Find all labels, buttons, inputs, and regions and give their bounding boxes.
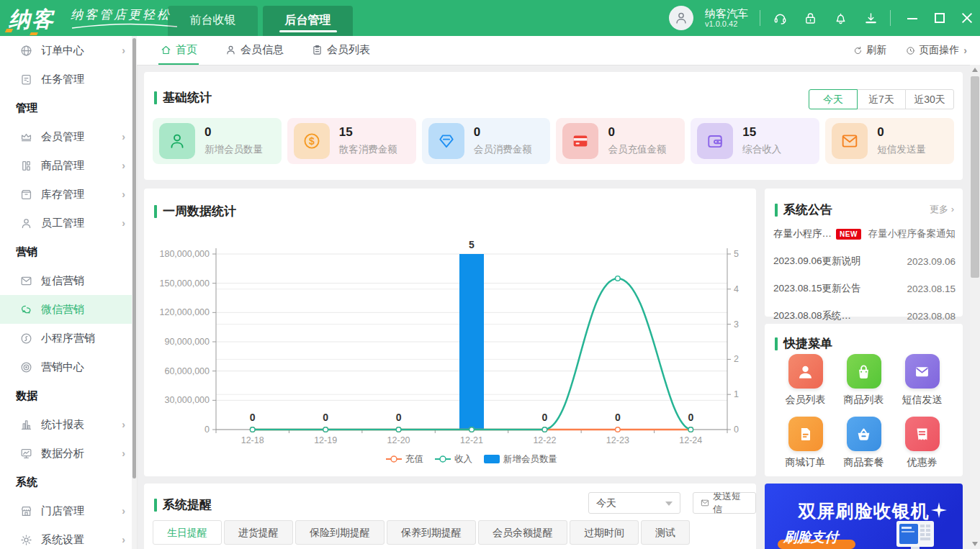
reminder-tab-生日提醒[interactable]: 生日提醒 [153,520,222,545]
sidebar-item-5[interactable]: 库存管理› [0,180,137,209]
sidebar-item-17[interactable]: 系统设置› [0,525,137,549]
sidebar-item-9[interactable]: 微信营销 [0,295,137,324]
reminder-tab-保险到期提醒[interactable]: 保险到期提醒 [295,520,385,545]
stat-value: 15 [742,125,756,140]
stat-value: 15 [339,125,353,140]
reminder-period-select[interactable]: 今天 [588,492,680,514]
main-scrollbar-thumb[interactable] [971,76,979,278]
minimize-icon[interactable] [907,12,918,24]
notice-row[interactable]: 存量小程序…NEW存量小程序备案通知 [773,220,956,248]
sms-icon [19,274,33,288]
wechat-icon [19,303,33,317]
svg-text:0: 0 [323,412,328,423]
app-header: 纳客 纳客管店更轻松 前台收银后台管理 纳客汽车 v1.0.0.42 [0,0,980,36]
quick-item-商品列表[interactable]: 商品列表 [844,354,884,407]
svg-text:充值: 充值 [405,454,423,464]
stat-cards-row: 0新增会员数量$15散客消费金额0会员消费金额0会员充值金额15综合收入0短信发… [153,118,954,164]
bell-icon[interactable] [832,10,848,26]
lock-icon[interactable] [802,10,818,26]
tab-首页[interactable]: 首页 [158,36,199,65]
sidebar-item-8[interactable]: 短信营销 [0,266,137,295]
sidebar-item-6[interactable]: 员工管理› [0,209,137,237]
stat-value: 0 [204,125,211,140]
reminder-tab-保养到期提醒[interactable]: 保养到期提醒 [387,520,476,545]
tab-会员信息[interactable]: 会员信息 [223,36,285,65]
store-icon [19,504,33,518]
sidebar-section-label: 营销 [0,237,137,266]
weekly-chart-card: 一周数据统计 030,000,00060,000,00090,000,00012… [144,189,756,476]
order-icon [19,44,33,58]
diamond-icon [436,131,457,151]
quick-menu-title: 快捷菜单 [775,335,832,352]
download-icon[interactable] [863,10,878,26]
weekly-chart: 030,000,00060,000,00090,000,000120,000,0… [144,189,756,476]
send-sms-button[interactable]: 发送短信 [693,492,756,514]
quick-item-短信发送[interactable]: 短信发送 [902,354,943,407]
reminder-tab-进货提醒[interactable]: 进货提醒 [224,520,293,545]
header-nav-tab-1[interactable]: 后台管理 [263,6,353,36]
tab-会员列表[interactable]: 会员列表 [310,36,372,65]
scroll-up-icon[interactable] [972,68,978,72]
notice-more-link[interactable]: 更多 › [930,203,954,216]
quick-item-商城订单[interactable]: 商城订单 [786,417,826,469]
legend-new-members[interactable]: 新增会员数量 [484,454,557,464]
header-nav: 前台收银后台管理 [168,6,353,36]
notice-row[interactable]: 2023.08.15更新公告2023.08.15 [773,275,956,302]
sidebar-scrollbar[interactable] [132,36,137,549]
sidebar-item-11[interactable]: 营销中心 [0,353,137,381]
sidebar-item-3[interactable]: 会员管理› [0,122,137,151]
sidebar-item-4[interactable]: 商品管理› [0,151,137,180]
period-button[interactable]: 今天 [809,89,858,109]
svg-text:12-19: 12-19 [314,435,337,445]
quick-menu-card: 快捷菜单 会员列表商品列表短信发送商城订单商品套餐优惠券 [765,324,963,476]
reminder-tab-测试[interactable]: 测试 [641,520,690,545]
sidebar-item-13[interactable]: 统计报表› [0,410,137,439]
sidebar-item-0[interactable]: 订单中心› [0,36,137,65]
sidebar-item-14[interactable]: 数据分析› [0,439,137,468]
content-tabs: 首页会员信息会员列表 [158,36,372,65]
quick-menu-grid: 会员列表商品列表短信发送商城订单商品套餐优惠券 [776,354,951,469]
sidebar-scrollbar-thumb[interactable] [132,38,136,478]
legend-income[interactable]: 收入 [435,454,473,464]
app-version: v1.0.0.42 [705,19,748,29]
quick-item-商品套餐[interactable]: 商品套餐 [844,417,884,469]
stat-card: $15散客消费金额 [287,118,416,164]
avatar[interactable] [669,6,693,30]
chevron-right-icon: › [122,131,125,142]
member-add-icon [167,131,187,151]
svg-text:0: 0 [396,412,402,423]
reminder-tab-会员余额提醒[interactable]: 会员余额提醒 [478,520,567,545]
main-scrollbar[interactable] [970,65,980,549]
period-button[interactable]: 近30天 [905,89,954,109]
svg-text:5: 5 [734,249,739,259]
quick-item-会员列表[interactable]: 会员列表 [786,354,826,407]
bankcard-icon [570,131,590,151]
notice-row[interactable]: 2023.09.06更新说明2023.09.06 [773,248,956,275]
period-button[interactable]: 近7天 [857,89,906,109]
chevron-right-icon: › [122,534,125,545]
app-logo: 纳客 [9,5,55,35]
sidebar-item-10[interactable]: 小程序营销 [0,324,137,353]
close-icon[interactable] [961,12,973,24]
sidebar-item-16[interactable]: 门店管理› [0,496,137,525]
user-icon [225,44,237,56]
quick-item-优惠券[interactable]: 优惠券 [905,417,940,469]
logo-accent [30,32,38,35]
stat-card: 0会员充值金额 [556,118,685,164]
header-nav-tab-0[interactable]: 前台收银 [168,6,258,36]
sidebar-item-1[interactable]: 任务管理 [0,65,137,94]
chevron-right-icon: › [122,419,125,430]
legend-recharge[interactable]: 充值 [386,454,423,464]
svg-text:0: 0 [688,412,693,423]
maximize-icon[interactable] [934,12,945,24]
scroll-down-icon[interactable] [972,542,978,546]
svg-text:120,000,000: 120,000,000 [159,307,210,317]
action-页面操作[interactable]: 页面操作› [905,44,967,57]
service-icon[interactable] [772,10,788,26]
stat-value: 0 [877,125,884,140]
divider [890,10,891,26]
action-刷新[interactable]: 刷新 [853,44,886,57]
ad-banner[interactable]: 双屏刷脸收银机 刷脸支付 [765,484,963,549]
reminder-tab-过期时间[interactable]: 过期时间 [570,520,639,545]
q-coupon-icon [912,425,932,444]
